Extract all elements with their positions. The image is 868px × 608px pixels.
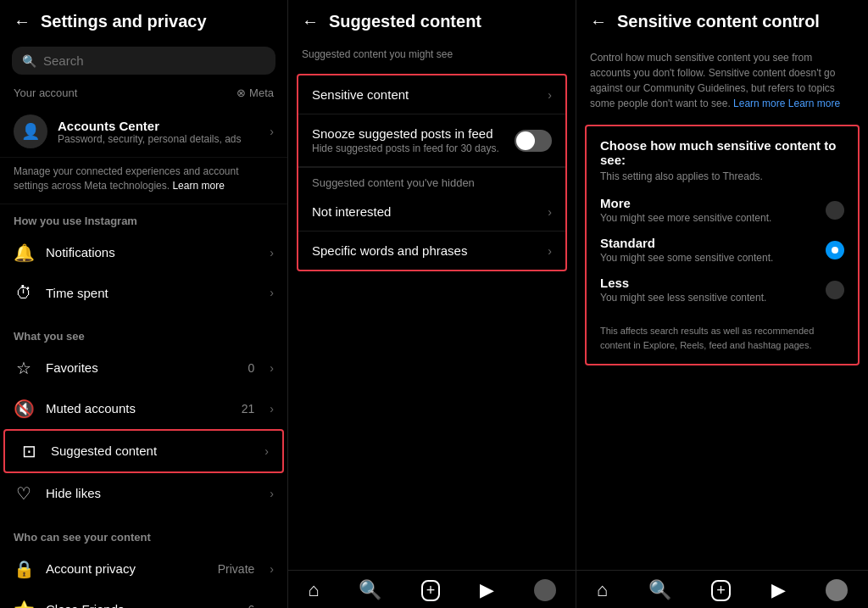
close-friends-label: Close Friends	[46, 602, 236, 608]
less-row: Less You might see less sensitive conten…	[600, 276, 844, 304]
suggested-content-chevron: ›	[264, 444, 269, 458]
back-arrow-panel2[interactable]: ←	[302, 12, 319, 31]
less-radio[interactable]	[826, 281, 844, 299]
nav-search-icon-p3[interactable]: 🔍	[648, 579, 671, 601]
panel2-header: ← Suggested content	[288, 0, 576, 43]
snooze-row[interactable]: Snooze suggested posts in feed Hide sugg…	[298, 114, 565, 167]
notifications-chevron: ›	[270, 246, 274, 259]
back-arrow-panel3[interactable]: ←	[590, 12, 607, 31]
suggested-content-item[interactable]: ⊡ Suggested content ›	[3, 429, 284, 473]
nav-add-icon-p2[interactable]: +	[421, 580, 441, 601]
muted-accounts-icon: 🔇	[14, 399, 34, 419]
suggested-content-icon: ⊡	[19, 441, 39, 461]
sensitive-control-panel: ← Sensitive content control Control how …	[576, 0, 868, 608]
accounts-center-icon: 👤	[14, 114, 47, 148]
notifications-label: Notifications	[46, 245, 258, 259]
search-icon: 🔍	[22, 54, 36, 68]
time-spent-label: Time spent	[46, 286, 258, 300]
accounts-center-chevron: ›	[270, 125, 274, 138]
hide-likes-item[interactable]: ♡ Hide likes ›	[0, 473, 287, 514]
manage-text: Manage your connected experiences and ac…	[0, 158, 287, 204]
standard-radio[interactable]	[826, 241, 844, 259]
more-sub: You might see more sensitive content.	[600, 212, 771, 224]
account-privacy-label: Account privacy	[46, 561, 206, 576]
notifications-icon: 🔔	[14, 243, 34, 263]
more-text: More You might see more sensitive conten…	[600, 196, 771, 224]
account-privacy-chevron: ›	[270, 562, 274, 576]
standard-text: Standard You might see some sensitive co…	[600, 236, 773, 264]
learn-more-link-p3[interactable]: Learn more	[733, 98, 785, 109]
muted-accounts-item[interactable]: 🔇 Muted accounts 21 ›	[0, 388, 287, 429]
time-spent-item[interactable]: ⏱ Time spent ›	[0, 273, 287, 313]
muted-accounts-badge: 21	[242, 402, 255, 416]
more-option[interactable]: More You might see more sensitive conten…	[600, 196, 844, 224]
sensitive-options-box: Choose how much sensitive content to see…	[585, 125, 860, 365]
nav-avatar-p2[interactable]	[534, 579, 556, 601]
learn-more-text[interactable]: Learn more	[788, 98, 840, 109]
panel3-bottom-nav: ⌂ 🔍 + ▶	[576, 570, 868, 608]
muted-accounts-chevron: ›	[270, 402, 274, 416]
time-spent-icon: ⏱	[14, 283, 34, 303]
accounts-center-text: Accounts Center Password, security, pers…	[58, 119, 259, 145]
who-can-see-label: Who can see your content	[0, 521, 287, 549]
close-friends-item[interactable]: ⭐ Close Friends 6 ›	[0, 589, 287, 608]
how-you-use-label: How you use Instagram	[0, 204, 287, 232]
panel3-header: ← Sensitive content control	[576, 0, 868, 43]
nav-search-icon-p2[interactable]: 🔍	[359, 579, 381, 601]
learn-more-link[interactable]: Learn more	[172, 180, 224, 192]
accounts-center-row[interactable]: 👤 Accounts Center Password, security, pe…	[0, 106, 287, 158]
close-friends-badge: 6	[248, 603, 255, 608]
panel1-header: ← Settings and privacy	[0, 0, 287, 43]
toggle-knob	[516, 131, 535, 150]
standard-row: Standard You might see some sensitive co…	[600, 236, 844, 264]
hide-likes-icon: ♡	[14, 483, 34, 504]
hide-likes-label: Hide likes	[46, 486, 258, 500]
meta-logo: ⊗ Meta	[236, 86, 274, 99]
panel3-title: Sensitive content control	[617, 12, 820, 31]
panel2-content: Suggested content you might see Sensitiv…	[288, 43, 576, 307]
suggested-sub-label: Suggested content you might see	[288, 43, 576, 69]
not-interested-text: Not interested	[312, 204, 548, 219]
snooze-title: Snooze suggested posts in feed	[312, 126, 515, 141]
standard-option[interactable]: Standard You might see some sensitive co…	[600, 236, 844, 264]
snooze-toggle[interactable]	[515, 130, 552, 152]
favorites-label: Favorites	[46, 360, 236, 375]
less-text: Less You might see less sensitive conten…	[600, 276, 766, 304]
sensitive-content-title: Sensitive content	[312, 87, 548, 102]
not-interested-row[interactable]: Not interested ›	[298, 192, 565, 231]
less-option[interactable]: Less You might see less sensitive conten…	[600, 276, 844, 304]
less-sub: You might see less sensitive content.	[600, 292, 766, 304]
nav-reels-icon-p2[interactable]: ▶	[480, 579, 494, 601]
panel1-title: Settings and privacy	[41, 12, 207, 31]
nav-add-icon-p3[interactable]: +	[711, 580, 731, 601]
hide-likes-chevron: ›	[270, 487, 274, 500]
favorites-icon: ☆	[14, 358, 34, 378]
nav-avatar-p3[interactable]	[826, 579, 848, 601]
your-account-label: Your account	[14, 86, 77, 99]
sensitive-content-row[interactable]: Sensitive content ›	[298, 75, 565, 114]
sensitive-content-chevron: ›	[548, 88, 552, 102]
snooze-text: Snooze suggested posts in feed Hide sugg…	[312, 126, 515, 154]
accounts-center-subtitle: Password, security, personal details, ad…	[58, 133, 259, 145]
more-radio[interactable]	[826, 201, 844, 220]
favorites-item[interactable]: ☆ Favorites 0 ›	[0, 348, 287, 388]
back-arrow-panel1[interactable]: ←	[14, 12, 31, 31]
specific-words-chevron: ›	[548, 244, 552, 258]
nav-home-icon-p3[interactable]: ⌂	[597, 579, 608, 601]
sensitive-box-sub: This setting also applies to Threads.	[600, 170, 844, 182]
search-bar[interactable]: 🔍	[12, 47, 275, 75]
panel3-description: Control how much sensitive content you s…	[576, 43, 868, 120]
panel2-bottom-nav: ⌂ 🔍 + ▶	[288, 570, 576, 608]
not-interested-title: Not interested	[312, 204, 548, 219]
time-spent-chevron: ›	[270, 286, 274, 299]
account-privacy-item[interactable]: 🔒 Account privacy Private ›	[0, 549, 287, 589]
muted-accounts-label: Muted accounts	[46, 401, 230, 416]
account-privacy-icon: 🔒	[14, 559, 34, 579]
nav-home-icon-p2[interactable]: ⌂	[308, 579, 319, 601]
specific-words-row[interactable]: Specific words and phrases ›	[298, 231, 565, 270]
less-title: Less	[600, 276, 766, 290]
nav-reels-icon-p3[interactable]: ▶	[771, 579, 786, 601]
search-input[interactable]	[43, 53, 265, 68]
notifications-item[interactable]: 🔔 Notifications ›	[0, 232, 287, 273]
suggested-content-box: Sensitive content › Snooze suggested pos…	[297, 74, 567, 271]
